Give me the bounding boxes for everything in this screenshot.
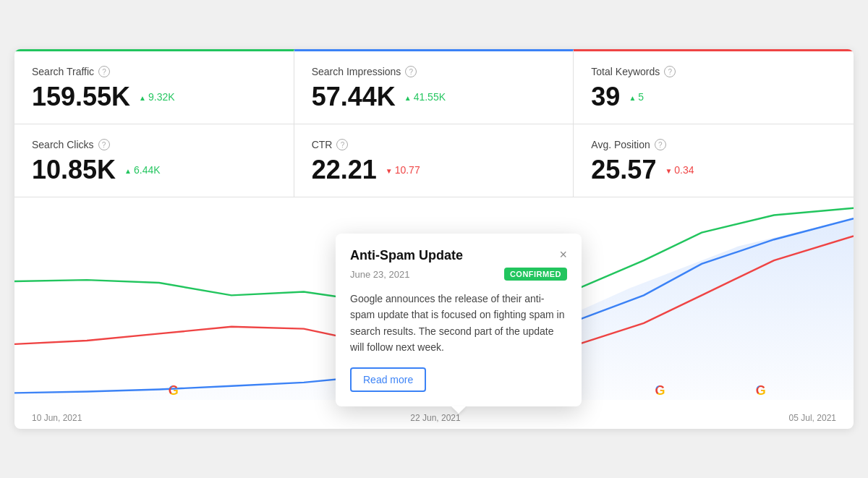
popup-meta: June 23, 2021 CONFIRMED (350, 268, 567, 281)
chart-area: G G G G 10 Jun, 2021 22 Jun, 2021 05 Jul… (14, 197, 854, 429)
help-icon-avg-position[interactable]: ? (655, 139, 666, 150)
metric-delta-avg-position: 0.34 (665, 164, 694, 176)
chart-date-mid: 22 Jun, 2021 (410, 413, 460, 423)
help-icon-search-traffic[interactable]: ? (98, 66, 110, 77)
arrow-down-icon (386, 164, 393, 176)
metric-delta-search-impressions: 41.55K (404, 91, 446, 103)
metric-delta-search-clicks: 6.44K (124, 164, 161, 176)
metric-delta-ctr: 10.77 (386, 164, 420, 176)
metric-label-avg-position: Avg. Position ? (591, 139, 836, 150)
arrow-up-icon (404, 91, 412, 103)
popup-close-button[interactable]: × (559, 248, 567, 261)
metric-label-ctr: CTR ? (312, 139, 556, 150)
google-event-4[interactable]: G (753, 383, 769, 398)
metric-label-search-traffic: Search Traffic ? (32, 66, 276, 77)
popup-title: Anti-Spam Update (350, 248, 463, 263)
arrow-down-icon (665, 164, 672, 176)
google-event-3[interactable]: G (652, 383, 668, 398)
help-icon-total-keywords[interactable]: ? (664, 66, 676, 77)
arrow-up-icon (139, 91, 146, 103)
popup-date: June 23, 2021 (350, 269, 409, 280)
arrow-up-icon (124, 164, 132, 176)
popup-header: Anti-Spam Update × (350, 248, 567, 263)
dashboard: Search Traffic ? 159.55K 9.32K Search Im… (14, 49, 854, 429)
metric-avg-position: Avg. Position ? 25.57 0.34 (574, 124, 854, 197)
arrow-up-icon (629, 91, 636, 103)
metric-search-traffic: Search Traffic ? 159.55K 9.32K (14, 49, 294, 124)
metric-label-search-clicks: Search Clicks ? (32, 139, 276, 150)
metric-value-search-impressions: 57.44K 41.55K (312, 82, 556, 112)
read-more-button[interactable]: Read more (350, 367, 426, 392)
help-icon-search-impressions[interactable]: ? (405, 66, 417, 77)
help-icon-ctr[interactable]: ? (336, 139, 348, 150)
metric-delta-total-keywords: 5 (629, 91, 644, 103)
confirmed-badge: CONFIRMED (504, 268, 567, 281)
metric-value-ctr: 22.21 10.77 (312, 155, 556, 185)
metric-delta-search-traffic: 9.32K (139, 91, 175, 103)
event-popup: Anti-Spam Update × June 23, 2021 CONFIRM… (336, 234, 582, 406)
metric-search-impressions: Search Impressions ? 57.44K 41.55K (294, 49, 574, 124)
metric-label-total-keywords: Total Keywords ? (591, 66, 836, 77)
metrics-bottom-row: Search Clicks ? 10.85K 6.44K CTR ? 22.21 (14, 124, 854, 197)
chart-date-start: 10 Jun, 2021 (32, 413, 82, 423)
metric-value-total-keywords: 39 5 (591, 82, 836, 112)
metrics-top-row: Search Traffic ? 159.55K 9.32K Search Im… (14, 49, 854, 124)
metric-label-search-impressions: Search Impressions ? (312, 66, 556, 77)
metric-total-keywords: Total Keywords ? 39 5 (574, 49, 854, 124)
metric-ctr: CTR ? 22.21 10.77 (294, 124, 574, 197)
metric-value-search-clicks: 10.85K 6.44K (32, 155, 276, 185)
metric-value-search-traffic: 159.55K 9.32K (32, 82, 276, 112)
google-event-1[interactable]: G (166, 383, 182, 398)
help-icon-search-clicks[interactable]: ? (98, 139, 110, 150)
popup-body: Google announces the release of their an… (350, 291, 567, 356)
metric-search-clicks: Search Clicks ? 10.85K 6.44K (14, 124, 294, 197)
chart-date-end: 05 Jul, 2021 (789, 413, 836, 423)
metric-value-avg-position: 25.57 0.34 (591, 155, 836, 185)
